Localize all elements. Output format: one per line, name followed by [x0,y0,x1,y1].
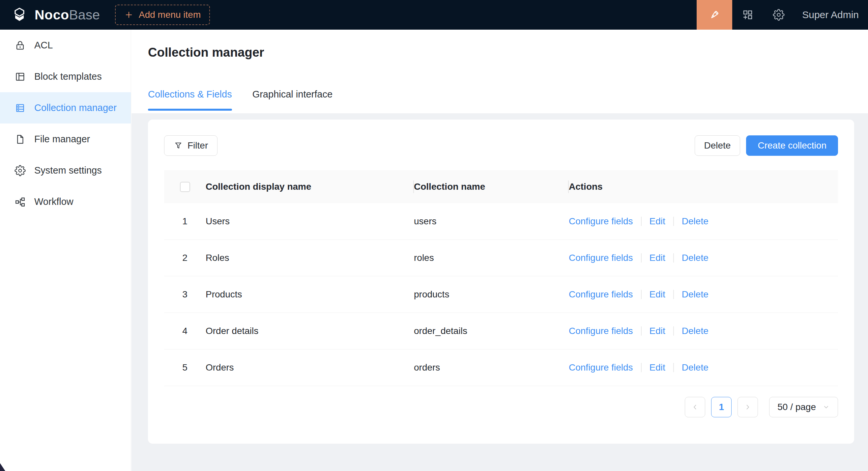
highlighter-icon [709,9,720,21]
pagination: 1 50 / page [164,397,838,417]
table-row: 1 Users users Configure fieldsEditDelete [164,203,838,240]
row-action-edit[interactable]: Edit [650,216,665,227]
page-header: Collection manager Collections & Fields … [131,30,868,113]
row-action-configure-fields[interactable]: Configure fields [569,326,633,336]
nocobase-logo[interactable]: Noco Base [11,6,100,23]
action-divider [673,217,674,226]
ui-editor-button[interactable] [696,0,732,30]
sidebar-menu: ACL Block templates Collection manager F… [0,30,131,217]
row-action-configure-fields[interactable]: Configure fields [569,362,633,373]
tab-bar: Collections & Fields Graphical interface [148,88,868,111]
row-action-configure-fields[interactable]: Configure fields [569,216,633,227]
sidebar-item-label: Block templates [34,71,102,82]
row-actions-cell: Configure fieldsEditDelete [569,289,838,300]
file-icon [14,134,26,145]
column-header-actions: Actions [569,181,838,192]
add-menu-item-button[interactable]: Add menu item [115,5,210,25]
plugins-button[interactable] [732,0,763,30]
database-icon [14,102,26,114]
chevron-right-icon [744,403,752,411]
action-divider [641,363,642,372]
brand-name-light: Base [69,7,100,23]
sidebar-item-acl[interactable]: ACL [0,30,131,61]
tab-label: Graphical interface [252,89,333,99]
select-all-checkbox[interactable] [180,182,190,192]
row-action-edit[interactable]: Edit [650,326,665,336]
row-index-cell: 2 [164,253,206,263]
row-action-delete[interactable]: Delete [682,216,709,227]
collection-display-name-cell: Roles [206,253,414,263]
tab-collections-fields[interactable]: Collections & Fields [148,88,232,111]
sidebar-item-label: Collection manager [34,102,117,113]
row-action-delete[interactable]: Delete [682,326,709,336]
app-root: Noco Base Add menu item Super Admin ACL [0,0,868,471]
sidebar-item-file-manager[interactable]: File manager [0,124,131,155]
row-action-delete[interactable]: Delete [682,253,709,263]
row-index-cell: 1 [164,216,206,227]
page-size-select[interactable]: 50 / page [769,397,838,417]
lock-icon [14,40,26,51]
row-action-edit[interactable]: Edit [650,362,665,373]
top-header-bar: Noco Base Add menu item Super Admin [0,0,868,30]
table-body: 1 Users users Configure fieldsEditDelete… [164,203,838,386]
sidebar-item-collection-manager[interactable]: Collection manager [0,92,131,124]
tab-label: Collections & Fields [148,89,232,99]
row-index-cell: 5 [164,362,206,373]
collection-name-cell: orders [414,362,569,373]
column-header-display-name: Collection display name [206,181,414,192]
action-divider [673,327,674,336]
sidebar-item-label: File manager [34,134,90,144]
row-index-cell: 3 [164,289,206,300]
create-collection-button[interactable]: Create collection [746,135,838,156]
main-area: Collection manager Collections & Fields … [131,30,868,471]
next-page-button[interactable] [738,397,758,417]
nocobase-logo-icon [11,6,28,23]
row-actions-cell: Configure fieldsEditDelete [569,253,838,263]
filter-button[interactable]: Filter [164,135,217,156]
table-row: 4 Order details order_details Configure … [164,313,838,349]
page-number-button[interactable]: 1 [711,397,732,417]
layout-icon [14,71,26,82]
tab-graphical-interface[interactable]: Graphical interface [252,88,333,111]
column-header-name: Collection name [414,181,569,192]
page-title: Collection manager [148,45,868,60]
action-divider [641,327,642,336]
action-divider [641,290,642,299]
table-row: 2 Roles roles Configure fieldsEditDelete [164,240,838,276]
gear-icon [14,165,26,176]
previous-page-button[interactable] [685,397,705,417]
plus-icon [124,10,133,20]
gear-icon [773,9,785,21]
collection-name-cell: order_details [414,326,569,336]
row-actions-cell: Configure fieldsEditDelete [569,216,838,227]
row-index-cell: 4 [164,326,206,336]
row-action-edit[interactable]: Edit [650,289,665,300]
row-action-configure-fields[interactable]: Configure fields [569,289,633,300]
delete-button[interactable]: Delete [695,135,741,156]
table-header-row: Collection display name Collection name … [164,170,838,203]
add-menu-item-label: Add menu item [139,9,201,20]
sidebar: ACL Block templates Collection manager F… [0,30,131,471]
sidebar-item-label: System settings [34,165,102,176]
action-divider [641,217,642,226]
table-row: 3 Products products Configure fieldsEdit… [164,276,838,313]
sidebar-item-label: Workflow [34,196,73,207]
action-divider [641,253,642,263]
chevron-down-icon [823,403,830,411]
collection-display-name-cell: Order details [206,326,414,336]
row-action-edit[interactable]: Edit [650,253,665,263]
row-action-delete[interactable]: Delete [682,362,709,373]
current-user[interactable]: Super Admin [802,9,859,21]
collections-card: Filter Delete Create collection [148,120,854,444]
sidebar-item-block-templates[interactable]: Block templates [0,61,131,92]
collection-display-name-cell: Users [206,216,414,227]
sidebar-item-system-settings[interactable]: System settings [0,155,131,186]
content-area: Filter Delete Create collection [131,113,868,444]
settings-button[interactable] [763,0,794,30]
collection-display-name-cell: Orders [206,362,414,373]
row-action-configure-fields[interactable]: Configure fields [569,253,633,263]
blocks-icon [742,9,754,21]
collection-display-name-cell: Products [206,289,414,300]
row-action-delete[interactable]: Delete [682,289,709,300]
sidebar-item-workflow[interactable]: Workflow [0,186,131,217]
